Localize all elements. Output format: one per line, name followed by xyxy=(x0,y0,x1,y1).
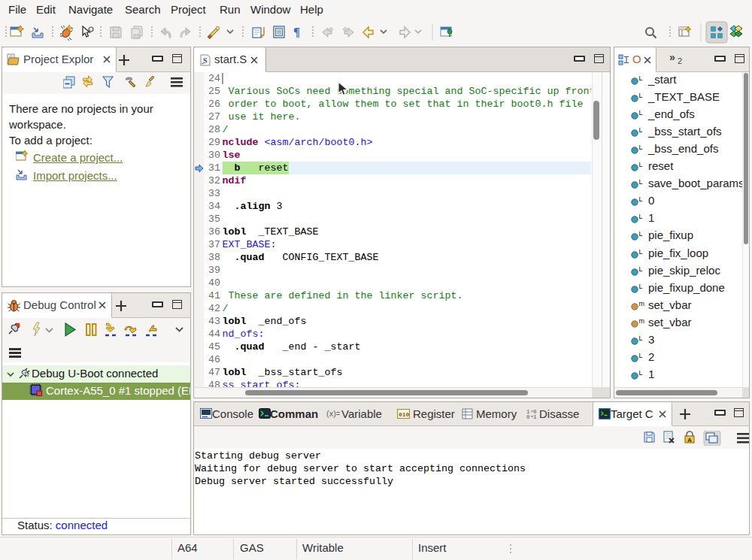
svg-text:L: L xyxy=(639,283,643,290)
svg-text:A: A xyxy=(687,437,692,443)
svg-text:010: 010 xyxy=(399,411,410,418)
svg-text:L: L xyxy=(639,75,643,82)
svg-text:L: L xyxy=(639,231,643,238)
svg-text:L: L xyxy=(639,162,643,168)
svg-text:L: L xyxy=(639,370,643,377)
svg-text:L: L xyxy=(639,110,643,117)
svg-text:L: L xyxy=(639,92,643,99)
svg-text:L: L xyxy=(639,179,643,186)
svg-text:L: L xyxy=(639,196,643,203)
svg-text:m: m xyxy=(639,301,645,307)
svg-text:L: L xyxy=(639,249,643,256)
svg-text:L: L xyxy=(639,144,643,151)
svg-text:L: L xyxy=(639,266,643,273)
svg-text:¶: ¶ xyxy=(293,25,300,39)
svg-text:L: L xyxy=(639,353,643,359)
svg-text:(x)=: (x)= xyxy=(326,409,340,418)
svg-text:m: m xyxy=(639,318,645,325)
svg-text:L: L xyxy=(639,335,643,342)
svg-text:L: L xyxy=(639,127,643,134)
svg-text:L: L xyxy=(639,213,643,220)
